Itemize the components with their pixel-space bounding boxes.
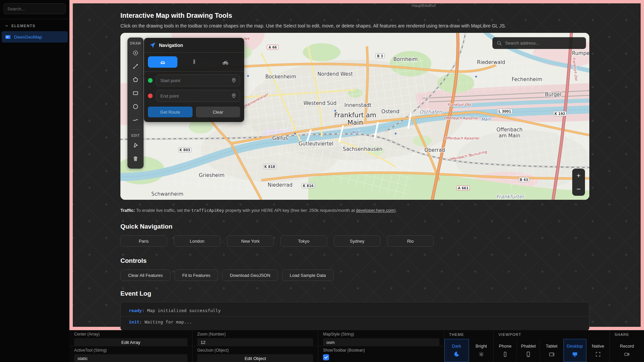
trash-icon — [132, 155, 139, 162]
theme-bright-label: Bright — [476, 344, 487, 349]
clear-all-features-button[interactable]: Clear All Features — [120, 269, 170, 281]
road-badge-a661: A 661 — [457, 186, 470, 190]
theme-section-header: THEME — [444, 330, 493, 339]
map-label-gallus: Gallus — [272, 135, 288, 141]
zoom-in-button[interactable]: + — [572, 169, 585, 182]
road-badge-l3001: L 3001 — [497, 109, 512, 114]
elements-section-header[interactable]: ELEMENTS — [0, 19, 69, 31]
sidebar-search — [4, 3, 66, 14]
get-route-button[interactable]: Get Route — [148, 107, 193, 117]
edit-section-label: EDIT — [131, 132, 140, 138]
record-camera-icon — [624, 351, 630, 358]
navigation-arrow-icon — [149, 42, 156, 48]
edit-object-button[interactable]: Edit Object — [197, 354, 313, 362]
svg-text:B 43: B 43 — [520, 178, 528, 182]
point-tool-button[interactable] — [127, 46, 144, 60]
road-badge-a66: A 66 — [267, 45, 278, 50]
download-geojson-button[interactable]: Download GeoJSON — [222, 269, 278, 281]
clear-route-button[interactable]: Clear — [196, 107, 240, 117]
traffic-note: Traffic: To enable live traffic, set the… — [120, 208, 589, 213]
moon-icon — [453, 351, 460, 358]
traffic-note-text: ). — [394, 208, 397, 213]
mode-bike-button[interactable] — [211, 56, 240, 68]
city-button-paris[interactable]: Paris — [120, 235, 167, 247]
map-label-schwanheim: Schwanheim — [151, 191, 183, 197]
map-label-osthafen: Osthafen — [419, 109, 442, 115]
city-button-sydney[interactable]: Sydney — [334, 235, 380, 247]
start-point-input[interactable] — [156, 74, 240, 86]
city-button-london[interactable]: London — [174, 235, 220, 247]
show-toolbar-checkbox[interactable] — [323, 354, 329, 360]
city-button-new-york[interactable]: New York — [227, 235, 274, 247]
map-label-bornheim: Bornheim — [393, 56, 418, 62]
prop-label-zoom: Zoom (Number) — [197, 332, 313, 337]
sidebar-search-input[interactable] — [4, 3, 66, 14]
map-road-label-kaiserlei-2: Offenbach Kaiserlei — [445, 136, 479, 140]
viewport-phablet-button[interactable]: Phablet — [517, 339, 540, 362]
mode-car-button[interactable] — [148, 56, 177, 68]
prop-label-active-tool: ActiveTool (String) — [74, 348, 187, 353]
viewport-tablet-button[interactable]: Tablet — [540, 339, 563, 362]
freehand-tool-button[interactable] — [127, 113, 144, 127]
phone-icon — [502, 351, 508, 358]
sidebar-item-deesgeomap[interactable]: DeesGeoMap — [2, 31, 68, 43]
map-label-fechenheim: Fechenheim — [512, 76, 542, 82]
end-point-input[interactable] — [156, 90, 240, 102]
zoom-out-button[interactable]: − — [572, 182, 585, 196]
sidebar: ELEMENTS DeesGeoMap — [0, 0, 69, 362]
address-search-input[interactable] — [505, 41, 582, 46]
map-label-riederwald: Riederwald — [477, 59, 505, 65]
map-label-westend: Westend Süd — [304, 100, 336, 106]
fit-to-features-button[interactable]: Fit to Features — [174, 269, 218, 281]
viewport-phone-button[interactable]: Phone — [494, 339, 517, 362]
polygon-tool-icon — [132, 76, 139, 83]
viewport-phone-label: Phone — [499, 344, 512, 349]
delete-tool-button[interactable] — [127, 152, 144, 165]
select-tool-icon — [132, 142, 139, 148]
circle-tool-button[interactable] — [127, 100, 144, 113]
theme-bright-button[interactable]: Bright — [469, 339, 494, 362]
map-style-input[interactable] — [323, 338, 439, 346]
viewport-native-button[interactable]: Native — [587, 339, 609, 362]
prop-label-map-style: MapStyle (String) — [323, 332, 439, 337]
line-tool-button[interactable] — [127, 60, 144, 73]
zoom-number-input[interactable] — [197, 338, 313, 346]
walk-icon — [191, 59, 197, 65]
polygon-tool-button[interactable] — [127, 73, 144, 86]
map-label-rumpenheim: Rumpenheim — [572, 50, 589, 56]
city-button-rio[interactable]: Rio — [387, 235, 434, 247]
svg-text:B 3: B 3 — [377, 54, 383, 58]
here-developer-link[interactable]: developer.here.com — [356, 208, 394, 213]
map-label-niederrad: Niederrad — [268, 182, 292, 188]
svg-text:L 3001: L 3001 — [498, 110, 511, 113]
city-button-tokyo[interactable]: Tokyo — [280, 235, 327, 247]
map-label-sachsenhausen: Sachsenhausen — [343, 146, 382, 152]
edit-array-button[interactable]: Edit Array — [74, 338, 187, 346]
road-badge-b43: B 43 — [519, 177, 529, 182]
map-label-city-line1: Frankfurt am — [334, 111, 376, 119]
native-fullscreen-icon — [595, 351, 601, 358]
search-icon — [496, 40, 502, 46]
map-road-label-kaiserlei: Offenbach Kaiserlei — [444, 116, 478, 120]
log-entry: init: Waiting for map... — [121, 316, 589, 327]
map-stray-label: Hauptfriedhof — [412, 3, 436, 8]
load-sample-data-button[interactable]: Load Sample Data — [282, 269, 334, 281]
prop-label-geojson: GeoJson (Object) — [197, 348, 313, 353]
active-tool-input[interactable] — [74, 354, 187, 362]
map-label-offenbach-line1: Offenbach — [496, 127, 522, 133]
share-record-button[interactable]: Record — [610, 339, 644, 362]
navigation-panel: Navigation — [144, 38, 244, 122]
mode-walk-button[interactable] — [179, 56, 209, 68]
theme-dark-button[interactable]: Dark — [444, 339, 469, 362]
chevron-down-icon — [5, 24, 9, 28]
freehand-tool-icon — [132, 117, 139, 123]
road-badge-k816: K 816 — [302, 183, 315, 188]
viewport-section-header: VIEWPORT — [494, 330, 609, 339]
select-tool-button[interactable] — [127, 138, 144, 152]
map-label-oberrad: Oberrad — [424, 147, 445, 153]
traffic-api-key-code: trafficApiKey — [191, 208, 224, 213]
share-record-label: Record — [620, 344, 634, 349]
rectangle-tool-button[interactable] — [127, 86, 144, 100]
viewport-desktop-button[interactable]: Desktop — [564, 339, 587, 362]
svg-text:A 66: A 66 — [268, 46, 277, 49]
